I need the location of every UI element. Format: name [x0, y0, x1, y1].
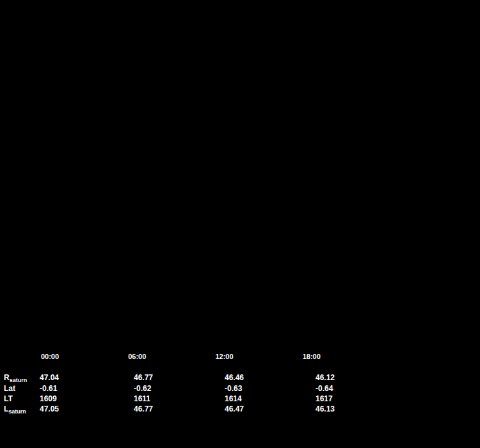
ephemeris-value-lt-2: 1614	[225, 394, 242, 403]
inca-tof-plot-screen: 00:0006:0012:0018:00Rsaturn47.0446.7746.…	[0, 0, 480, 448]
ephemeris-value-lsaturn-2: 46.47	[225, 404, 244, 413]
ephemeris-value-lat-3: -0.64	[316, 384, 333, 393]
ephemeris-value-lat-1: -0.62	[134, 384, 151, 393]
ephemeris-label-subscript: saturn	[10, 377, 28, 383]
ephemeris-value-rsaturn-0: 47.04	[40, 373, 59, 382]
ephemeris-value-rsaturn-2: 46.46	[225, 373, 244, 382]
ephemeris-value-rsaturn-3: 46.12	[316, 373, 335, 382]
ephemeris-label-lsaturn: Lsaturn	[4, 404, 26, 415]
ephemeris-value-lt-0: 1609	[40, 394, 57, 403]
time-tick-label-1200: 12:00	[212, 353, 237, 360]
ephemeris-label-subscript: saturn	[8, 408, 26, 415]
ephemeris-value-lt-1: 1611	[134, 394, 150, 403]
ephemeris-label-lat: Lat	[4, 384, 15, 393]
ephemeris-value-lt-3: 1617	[316, 394, 333, 403]
ephemeris-value-lsaturn-3: 46.13	[316, 404, 335, 413]
ephemeris-value-rsaturn-1: 46.77	[134, 373, 153, 382]
time-tick-label-0600: 06:00	[124, 353, 150, 360]
ephemeris-value-lat-2: -0.63	[225, 384, 242, 393]
ephemeris-label-rsaturn: Rsaturn	[4, 373, 27, 383]
cassini-attitude-panel	[0, 0, 192, 96]
ephemeris-value-lsaturn-1: 46.77	[134, 404, 153, 413]
ephemeris-label-lt: LT	[4, 394, 13, 403]
ephemeris-value-lsaturn-0: 47.05	[40, 404, 59, 413]
time-tick-label-1800: 18:00	[299, 353, 324, 360]
time-tick-label-0000: 00:00	[37, 353, 63, 360]
ephemeris-value-lat-0: -0.61	[40, 384, 57, 393]
